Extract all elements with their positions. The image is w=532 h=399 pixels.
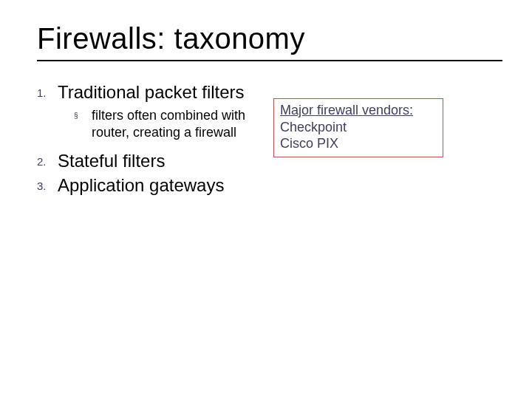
sub-list: § filters often combined with router, cr… (37, 107, 259, 140)
list-item-text: Stateful filters (58, 151, 165, 171)
list-item: 1. Traditional packet filters (37, 82, 259, 103)
list-marker: 3. (37, 175, 58, 192)
list-marker: 1. (37, 82, 58, 99)
list-item: 3. Application gateways (37, 175, 259, 196)
list-marker: 2. (37, 151, 58, 168)
list-item-text: Traditional packet filters (58, 82, 245, 103)
vendor-heading: Major firewall vendors: (280, 102, 437, 119)
content-columns: 1. Traditional packet filters § filters … (37, 82, 502, 199)
list-item-text: Application gateways (58, 175, 224, 196)
vendor-box: Major firewall vendors: Checkpoint Cisco… (273, 98, 443, 157)
main-list: 1. Traditional packet filters § filters … (37, 82, 259, 196)
sub-list-text: filters often combined with router, crea… (92, 107, 259, 140)
slide: Firewalls: taxonomy 1. Traditional packe… (0, 0, 532, 399)
sub-list-item: § filters often combined with router, cr… (74, 107, 259, 140)
vendor-item: Cisco PIX (280, 135, 437, 152)
title-underline (37, 60, 502, 61)
right-column: Major firewall vendors: Checkpoint Cisco… (273, 82, 466, 199)
sub-list-marker: § (74, 107, 92, 120)
list-item: 2. Stateful filters (37, 151, 259, 171)
left-column: 1. Traditional packet filters § filters … (37, 82, 259, 199)
vendor-item: Checkpoint (280, 119, 437, 136)
page-title: Firewalls: taxonomy (37, 22, 502, 55)
